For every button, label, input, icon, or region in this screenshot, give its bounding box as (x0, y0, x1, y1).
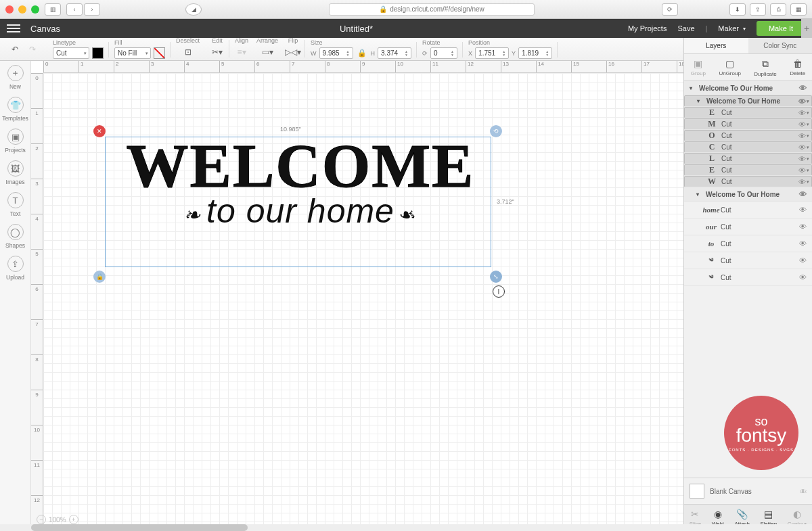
close-window-icon[interactable] (5, 5, 14, 14)
tab-layers[interactable]: Layers (684, 38, 748, 53)
width-label: W (311, 50, 317, 57)
action-group: ▣Group (691, 58, 706, 61)
aspect-lock-icon[interactable]: 🔒 (356, 49, 368, 57)
align-button[interactable]: ≡▾ (235, 45, 248, 59)
y-input[interactable]: 1.819▲▼ (518, 47, 552, 59)
sidebar-toggle-icon[interactable]: ▥ (45, 3, 61, 16)
ungroup-icon: ▢ (725, 58, 734, 61)
arrange-label: Arrange (256, 37, 278, 44)
linetype-color-swatch[interactable] (92, 47, 104, 59)
undo-button[interactable]: ↶ (8, 43, 22, 56)
make-it-button[interactable]: Make It (757, 21, 805, 36)
url-text: design.cricut.com/#/design/new (390, 5, 484, 13)
rotate-icon: ⟳ (422, 50, 428, 57)
rotate-input[interactable]: 0▲▼ (430, 47, 457, 59)
fill-select[interactable]: No Fill (114, 47, 151, 59)
reload-icon[interactable]: ⟳ (662, 3, 678, 16)
action-duplicate[interactable]: ⧉Duplicate (754, 58, 776, 62)
cricut-app-icon: ◢ (185, 3, 202, 16)
window-controls (5, 5, 39, 14)
height-input[interactable]: 3.374▲▼ (378, 47, 411, 59)
size-label: Size (311, 39, 411, 46)
no-fill-swatch[interactable] (154, 47, 165, 59)
height-label: H (371, 50, 376, 57)
machine-select[interactable]: Maker▾ (718, 24, 746, 32)
edit-label: Edit (212, 37, 223, 44)
fill-label: Fill (114, 39, 165, 46)
app-header: Canvas Untitled* My Projects Save | Make… (0, 19, 812, 38)
linetype-label: Linetype (53, 39, 104, 46)
align-label: Align (235, 37, 248, 44)
action-ungroup[interactable]: ▢UnGroup (719, 58, 740, 61)
nav-forward-icon[interactable]: › (84, 3, 100, 16)
separator: | (706, 24, 708, 32)
group-icon: ▣ (694, 58, 702, 61)
action-delete[interactable]: 🗑Delete (790, 58, 805, 61)
menu-icon[interactable] (7, 24, 20, 32)
download-icon[interactable]: ⬇ (729, 3, 746, 16)
chevron-down-icon: ▾ (743, 26, 746, 32)
my-projects-link[interactable]: My Projects (628, 24, 667, 32)
delete-icon: 🗑 (793, 58, 803, 61)
edit-button[interactable]: ✂▾ (210, 45, 224, 59)
x-input[interactable]: 1.751▲▼ (475, 47, 509, 59)
right-panel: Layers Color Sync ▣Group▢UnGroup⧉Duplica… (683, 38, 812, 61)
flip-label: Flip (288, 37, 298, 44)
fullscreen-window-icon[interactable] (31, 5, 39, 14)
lock-icon: 🔒 (379, 5, 387, 13)
nav-back-icon[interactable]: ‹ (66, 3, 83, 16)
tabs-icon[interactable]: ▦ (790, 3, 807, 16)
minimize-window-icon[interactable] (18, 5, 26, 14)
duplicate-icon: ⧉ (762, 58, 769, 62)
rotate-label: Rotate (422, 39, 457, 46)
print-icon[interactable]: ⎙ (770, 3, 786, 16)
arrange-button[interactable]: ▭▾ (261, 45, 274, 59)
address-bar[interactable]: 🔒 design.cricut.com/#/design/new (329, 3, 535, 16)
save-link[interactable]: Save (677, 24, 694, 32)
position-label: Position (468, 39, 552, 46)
tab-color-sync[interactable]: Color Sync (748, 38, 813, 53)
browser-chrome: ▥ ‹ › ◢ 🔒 design.cricut.com/#/design/new… (0, 0, 812, 19)
deselect-button[interactable]: ⊡ (181, 45, 195, 59)
deselect-label: Deselect (176, 37, 200, 44)
width-input[interactable]: 9.985▲▼ (319, 47, 353, 59)
share-icon[interactable]: ⇪ (750, 3, 766, 16)
linetype-select[interactable]: Cut (53, 47, 89, 59)
new-tab-button[interactable]: + (801, 19, 812, 38)
canvas-label: Canvas (30, 24, 85, 34)
document-title[interactable]: Untitled* (85, 24, 628, 34)
redo-button[interactable]: ↷ (26, 43, 39, 56)
flip-button[interactable]: ▷◁▾ (286, 45, 300, 59)
y-label: Y (512, 50, 516, 57)
x-label: X (468, 50, 472, 57)
layer-actions: ▣Group▢UnGroup⧉Duplicate🗑Delete (684, 54, 812, 61)
